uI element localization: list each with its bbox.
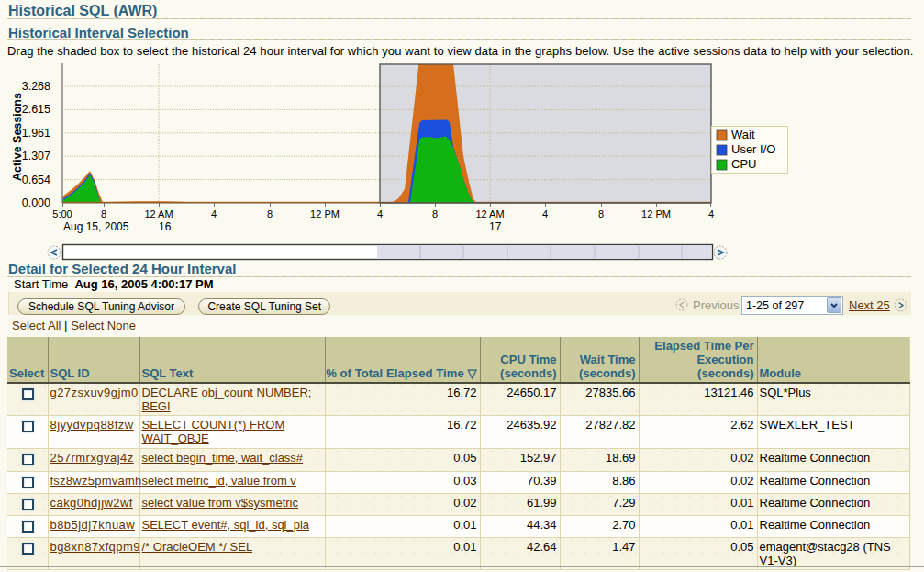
svg-text:1.961: 1.961	[22, 127, 50, 140]
svg-text:12 AM: 12 AM	[144, 208, 173, 219]
svg-text:3.268: 3.268	[22, 80, 50, 93]
svg-text:8: 8	[267, 208, 273, 219]
svg-text:17: 17	[489, 220, 502, 233]
svg-text:1.307: 1.307	[22, 150, 50, 163]
svg-text:8: 8	[101, 208, 106, 219]
svg-text:12 PM: 12 PM	[310, 208, 340, 219]
svg-text:CPU: CPU	[731, 157, 756, 171]
svg-text:12 AM: 12 AM	[475, 208, 504, 219]
svg-text:Aug 15, 2005: Aug 15, 2005	[63, 220, 129, 233]
svg-text:4: 4	[708, 208, 714, 219]
svg-text:8: 8	[432, 208, 438, 219]
svg-text:4: 4	[377, 208, 383, 219]
svg-text:0.654: 0.654	[22, 174, 50, 186]
svg-text:16: 16	[159, 220, 172, 233]
svg-text:4: 4	[542, 208, 548, 219]
svg-text:0.000: 0.000	[22, 196, 50, 209]
svg-text:4: 4	[211, 208, 217, 219]
svg-text:2.615: 2.615	[22, 103, 50, 116]
svg-text:5:00: 5:00	[52, 208, 72, 219]
svg-text:12 PM: 12 PM	[641, 208, 671, 219]
svg-text:Active Sessions: Active Sessions	[11, 93, 24, 181]
svg-text:8: 8	[598, 208, 604, 219]
svg-text:User I/O: User I/O	[731, 142, 775, 156]
svg-text:Wait: Wait	[731, 128, 755, 141]
